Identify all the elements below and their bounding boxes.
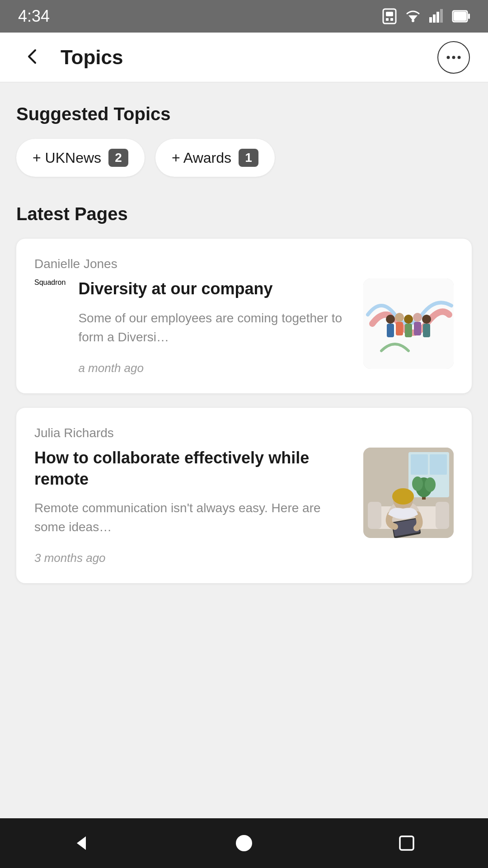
svg-point-25 (422, 315, 431, 324)
card-body-1: How to collaborate effectively while rem… (34, 448, 454, 566)
status-icons (381, 8, 470, 24)
signal-icon (428, 8, 445, 24)
back-button[interactable] (18, 42, 47, 73)
svg-point-13 (447, 56, 450, 59)
card-excerpt-0: Some of our employees are coming togethe… (78, 309, 351, 347)
topic-chip-awards-badge: 1 (239, 149, 258, 167)
svg-rect-8 (436, 12, 439, 23)
battery-icon (452, 8, 470, 24)
card-title-1: How to collaborate effectively while rem… (34, 448, 351, 490)
suggested-topics-section: Suggested Topics + UKNews 2 + Awards 1 (16, 104, 472, 177)
svg-rect-29 (411, 454, 428, 475)
svg-rect-18 (387, 324, 394, 337)
svg-point-5 (412, 19, 414, 22)
topic-chip-awards[interactable]: + Awards 1 (155, 139, 275, 177)
app-bar-left: Topics (18, 42, 123, 73)
svg-rect-26 (423, 324, 430, 337)
svg-point-42 (392, 488, 414, 505)
svg-rect-20 (396, 322, 403, 335)
svg-rect-37 (436, 502, 449, 529)
status-bar: 4:34 (0, 0, 488, 33)
app-bar: Topics (0, 33, 488, 82)
svg-rect-30 (430, 454, 447, 475)
svg-point-21 (404, 315, 413, 324)
svg-point-17 (386, 315, 395, 324)
nav-recent-button[interactable] (389, 825, 425, 861)
topic-chip-uknews-badge: 2 (108, 149, 128, 167)
topic-chip-uknews-label: + UKNews (33, 150, 101, 166)
card-author-1: Julia Richards (34, 426, 454, 440)
main-content: Suggested Topics + UKNews 2 + Awards 1 L… (0, 82, 488, 623)
svg-point-23 (413, 313, 422, 322)
card-title-0: Diversity at our company (78, 278, 351, 300)
svg-rect-22 (405, 324, 412, 337)
svg-rect-11 (468, 14, 470, 19)
card-excerpt-1: Remote communication isn't always easy. … (34, 499, 351, 537)
svg-rect-6 (429, 17, 432, 23)
card-author-0: Danielle Jones (34, 257, 454, 271)
topics-chips: + UKNews 2 + Awards 1 (16, 139, 472, 177)
svg-rect-36 (368, 502, 381, 529)
card-timestamp-1: 3 months ago (34, 551, 351, 565)
card-thumbnail-0 (363, 278, 454, 369)
svg-point-19 (395, 313, 404, 322)
svg-rect-2 (386, 18, 389, 21)
nav-home-button[interactable] (226, 825, 262, 861)
more-options-button[interactable] (437, 41, 470, 74)
latest-pages-title: Latest Pages (16, 204, 472, 224)
topic-chip-awards-label: + Awards (172, 150, 231, 166)
svg-point-15 (458, 56, 461, 59)
svg-rect-7 (433, 14, 436, 23)
svg-rect-24 (414, 322, 421, 335)
sim-icon (381, 8, 398, 24)
topic-chip-uknews[interactable]: + UKNews 2 (16, 139, 145, 177)
svg-point-34 (425, 477, 436, 492)
nav-bar (0, 818, 488, 868)
suggested-topics-title: Suggested Topics (16, 104, 472, 124)
svg-point-33 (412, 476, 423, 491)
svg-rect-45 (400, 836, 413, 850)
card-body-0: Squadron Diversity at our company Some o… (34, 278, 454, 375)
card-text-1: How to collaborate effectively while rem… (34, 448, 351, 566)
svg-point-14 (452, 56, 455, 59)
nav-back-button[interactable] (63, 825, 99, 861)
svg-rect-1 (386, 12, 393, 16)
wifi-icon (405, 8, 421, 24)
svg-rect-3 (390, 18, 393, 21)
latest-pages-section: Latest Pages Danielle Jones Squadron Div… (16, 204, 472, 583)
card-timestamp-0: a month ago (78, 361, 351, 375)
card-text-0: Diversity at our company Some of our emp… (78, 278, 351, 375)
status-time: 4:34 (18, 7, 50, 26)
svg-rect-12 (454, 12, 466, 21)
page-card-0[interactable]: Danielle Jones Squadron Diversity at our… (16, 239, 472, 393)
page-card-1[interactable]: Julia Richards How to collaborate effect… (16, 408, 472, 584)
card-thumbnail-1 (363, 448, 454, 538)
svg-marker-43 (77, 836, 86, 850)
svg-point-44 (236, 835, 252, 851)
svg-rect-9 (440, 9, 443, 23)
page-title: Topics (61, 46, 123, 69)
